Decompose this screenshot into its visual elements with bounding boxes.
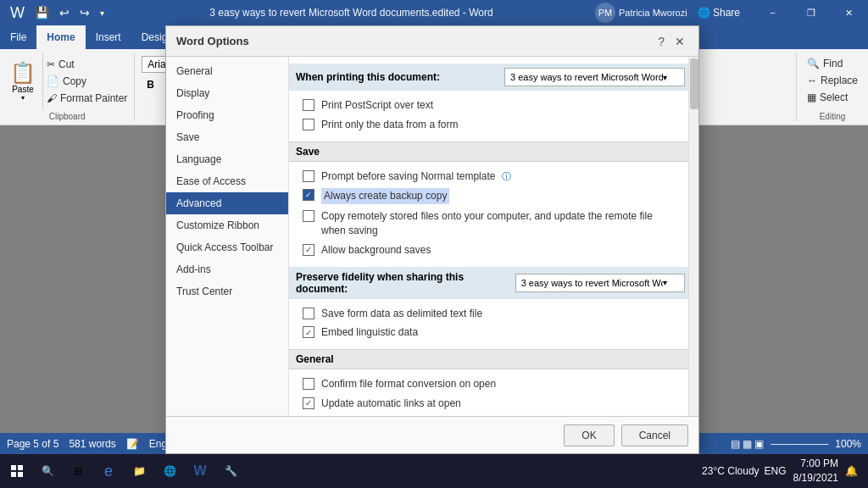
svg-rect-2 [11,472,16,477]
zoom-level: 100% [835,438,861,450]
fidelity-section-header: Preserve fidelity when sharing this docu… [289,267,692,299]
zoom-slider[interactable]: ──────── [771,438,828,450]
print-select-arrow: ▾ [663,73,667,82]
editing-label: Editing [820,110,846,121]
word-logo-icon: W [7,3,28,24]
taskbar-chrome[interactable]: 🌐 [156,458,183,485]
cancel-button[interactable]: Cancel [621,424,688,446]
print-document-select[interactable]: 3 easy ways to revert Microsoft Word ...… [504,68,685,86]
general-confirm-format-checkbox[interactable] [303,378,314,390]
help-button[interactable]: ? [658,35,665,48]
print-section-label: When printing this document: [296,71,440,83]
print-section-header: When printing this document: 3 easy ways… [289,64,692,91]
tab-insert[interactable]: Insert [86,25,131,49]
save-option-backup: Always create backup copy [303,186,678,207]
find-button[interactable]: 🔍 Find [804,56,861,71]
taskbar-word[interactable]: W [186,458,214,485]
replace-button[interactable]: ↔ Replace [804,73,861,88]
title-bar: W 💾 ↩ ↪ ▾ 3 easy ways to revert Microsof… [0,0,868,25]
taskbar-clock: 7:00 PM 8/19/2021 [793,457,838,485]
svg-rect-3 [18,472,23,477]
tab-file[interactable]: File [0,25,36,49]
scrollbar-thumb[interactable] [690,58,698,109]
nav-trust-center[interactable]: Trust Center [166,280,288,302]
nav-display[interactable]: Display [166,82,288,104]
cut-button[interactable]: ✂ Cut [43,57,131,72]
save-backup-checkbox[interactable] [303,189,314,201]
nav-language[interactable]: Language [166,148,288,170]
bold-button[interactable]: B [142,76,159,93]
status-right: ▤ ▦ ▣ ──────── 100% [731,438,861,450]
dialog-content: When printing this document: 3 easy ways… [289,57,698,416]
print-option-postscript: Print PostScript over text [303,96,678,115]
tab-home[interactable]: Home [36,25,85,49]
dialog-close-button[interactable]: ✕ [671,33,688,50]
fidelity-document-select[interactable]: 3 easy ways to revert Microsoft Word ...… [515,274,685,292]
print-postscript-checkbox[interactable] [303,99,314,111]
save-info-icon[interactable]: ⓘ [502,171,511,181]
nav-save[interactable]: Save [166,126,288,148]
fidelity-form-data-checkbox[interactable] [303,308,314,319]
general-confirm-format-label: Confirm file format conversion on open [321,377,496,391]
content-scrollbar[interactable] [688,57,698,416]
taskbar-edge[interactable]: e [95,458,122,485]
content-inner: When printing this document: 3 easy ways… [289,57,698,416]
customize-icon[interactable]: ▾ [97,7,108,19]
save-remote-checkbox[interactable] [303,210,314,222]
start-button[interactable] [3,458,31,485]
nav-advanced[interactable]: Advanced [166,192,288,214]
page-count: Page 5 of 5 [7,438,58,450]
save-option-prompt: Prompt before saving Normal template ⓘ [303,167,678,186]
general-update-links-checkbox[interactable] [303,397,314,409]
user-avatar[interactable]: PM [595,3,615,23]
nav-add-ins[interactable]: Add-ins [166,258,288,280]
taskbar-app2[interactable]: 🔧 [217,458,244,485]
general-option-update-links: Update automatic links at open [303,394,678,413]
dialog-body: General Display Proofing Save Language E… [166,57,698,416]
dialog-footer: OK Cancel [166,416,698,453]
nav-proofing[interactable]: Proofing [166,104,288,126]
share-button[interactable]: 🌐 Share [691,7,747,19]
editing-group: 🔍 Find ↔ Replace ▦ Select Editing [796,53,868,121]
save-icon[interactable]: 💾 [31,4,53,21]
clipboard-label: Clipboard [49,110,86,121]
title-bar-title: 3 easy ways to revert Microsoft Word doc… [108,7,595,19]
clipboard-group: 📋 Paste ▾ ✂ Cut 📄 Copy 🖌 Format Painter … [0,53,134,121]
taskbar-weather: 23°C Cloudy [702,465,760,477]
copy-button[interactable]: 📄 Copy [43,74,131,89]
redo-icon[interactable]: ↪ [76,4,93,21]
nav-customize-ribbon[interactable]: Customize Ribbon [166,214,288,236]
nav-general[interactable]: General [166,60,288,82]
paste-button[interactable]: 📋 Paste ▾ [3,53,43,110]
format-painter-button[interactable]: 🖌 Format Painter [43,91,131,106]
svg-rect-1 [18,465,23,470]
taskbar-task-view[interactable]: ⊞ [64,458,92,485]
taskbar-search[interactable]: 🔍 [34,458,61,485]
undo-icon[interactable]: ↩ [56,4,73,21]
title-bar-controls: PM Patricia Mworozi 🌐 Share − ❐ ✕ [595,0,868,25]
save-background-checkbox[interactable] [303,244,314,256]
proofing-icon[interactable]: 📝 [126,438,139,450]
taskbar-sys-icons: 23°C Cloudy ENG [702,465,787,477]
ok-button[interactable]: OK [564,424,614,446]
print-postscript-label: Print PostScript over text [321,98,433,113]
close-button[interactable]: ✕ [830,0,868,25]
restore-button[interactable]: ❐ [792,0,830,25]
select-button[interactable]: ▦ Select [804,90,861,105]
minimize-button[interactable]: − [754,0,792,25]
fidelity-linguistic-checkbox[interactable] [303,326,314,338]
print-form-data-checkbox[interactable] [303,119,314,130]
taskbar: 🔍 ⊞ e 📁 🌐 W 🔧 23°C Cloudy ENG 7:00 PM 8/… [0,454,868,488]
taskbar-lang: ENG [765,465,787,477]
fidelity-form-data-label: Save form data as delimited text file [321,307,482,321]
taskbar-notification[interactable]: 🔔 [845,465,858,477]
title-bar-left: W 💾 ↩ ↪ ▾ [0,3,108,24]
taskbar-file-explorer[interactable]: 📁 [125,458,153,485]
save-prompt-checkbox[interactable] [303,170,314,182]
nav-quick-access-toolbar[interactable]: Quick Access Toolbar [166,236,288,258]
nav-ease-of-access[interactable]: Ease of Access [166,170,288,192]
save-option-remote: Copy remotely stored files onto your com… [303,207,678,241]
taskbar-right: 23°C Cloudy ENG 7:00 PM 8/19/2021 🔔 [702,457,868,485]
print-dropdown-container: 3 easy ways to revert Microsoft Word ...… [504,68,685,86]
save-background-label: Allow background saves [321,243,431,258]
